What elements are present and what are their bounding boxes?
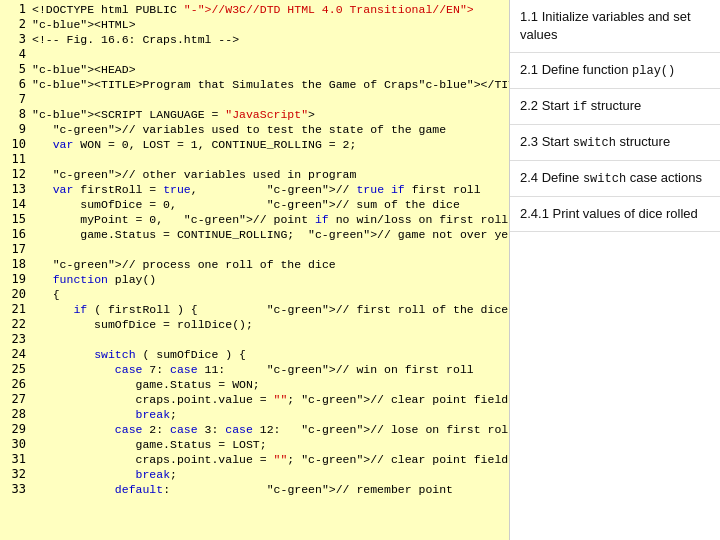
- line-number: 3: [4, 32, 26, 47]
- line-number: 1: [4, 2, 26, 17]
- line-number: 17: [4, 242, 26, 257]
- item-2-4-1[interactable]: 2.4.1 Print values of dice rolled: [510, 197, 720, 232]
- line-content: myPoint = 0, "c-green">// point if no wi…: [32, 212, 508, 227]
- line-content: game.Status = WON;: [32, 377, 260, 392]
- item-2-2[interactable]: 2.2 Start if structure: [510, 89, 720, 125]
- code-line: 5"c-blue"><HEAD>: [4, 62, 505, 77]
- code-line: 4: [4, 47, 505, 62]
- code-line: 13 var firstRoll = true, "c-green">// tr…: [4, 182, 505, 197]
- code-line: 21 if ( firstRoll ) { "c-green">// first…: [4, 302, 505, 317]
- line-number: 7: [4, 92, 26, 107]
- code-line: 33 default: "c-green">// remember point: [4, 482, 505, 497]
- line-number: 19: [4, 272, 26, 287]
- code-line: 28 break;: [4, 407, 505, 422]
- line-content: <!DOCTYPE html PUBLIC "-">//W3C//DTD HTM…: [32, 2, 474, 17]
- line-content: case 7: case 11: "c-green">// win on fir…: [32, 362, 474, 377]
- line-number: 30: [4, 437, 26, 452]
- item-1-1[interactable]: 1.1 Initialize variables and set values: [510, 0, 720, 53]
- line-number: 2: [4, 17, 26, 32]
- line-number: 12: [4, 167, 26, 182]
- line-content: break;: [32, 407, 177, 422]
- code-line: 22 sumOfDice = rollDice();: [4, 317, 505, 332]
- line-number: 21: [4, 302, 26, 317]
- line-content: var WON = 0, LOST = 1, CONTINUE_ROLLING …: [32, 137, 356, 152]
- line-content: break;: [32, 467, 177, 482]
- code-line: 32 break;: [4, 467, 505, 482]
- code-line: 26 game.Status = WON;: [4, 377, 505, 392]
- code-panel: 1<!DOCTYPE html PUBLIC "-">//W3C//DTD HT…: [0, 0, 510, 540]
- item-2-4[interactable]: 2.4 Define switch case actions: [510, 161, 720, 197]
- line-number: 18: [4, 257, 26, 272]
- code-line: 7: [4, 92, 505, 107]
- line-content: sumOfDice = rollDice();: [32, 317, 253, 332]
- line-content: "c-blue"><TITLE>Program that Simulates t…: [32, 77, 510, 92]
- code-line: 3<!-- Fig. 16.6: Craps.html -->: [4, 32, 505, 47]
- line-content: default: "c-green">// remember point: [32, 482, 453, 497]
- line-number: 14: [4, 197, 26, 212]
- code-line: 11: [4, 152, 505, 167]
- line-content: craps.point.value = ""; "c-green">// cle…: [32, 392, 508, 407]
- line-content: "c-blue"><HTML>: [32, 17, 136, 32]
- code-line: 16 game.Status = CONTINUE_ROLLING; "c-gr…: [4, 227, 505, 242]
- line-number: 25: [4, 362, 26, 377]
- line-number: 22: [4, 317, 26, 332]
- code-line: 31 craps.point.value = ""; "c-green">// …: [4, 452, 505, 467]
- code-line: 15 myPoint = 0, "c-green">// point if no…: [4, 212, 505, 227]
- code-line: 12 "c-green">// other variables used in …: [4, 167, 505, 182]
- line-number: 5: [4, 62, 26, 77]
- code-line: 25 case 7: case 11: "c-green">// win on …: [4, 362, 505, 377]
- line-content: function play(): [32, 272, 156, 287]
- line-content: sumOfDice = 0, "c-green">// sum of the d…: [32, 197, 460, 212]
- line-number: 29: [4, 422, 26, 437]
- line-number: 28: [4, 407, 26, 422]
- line-number: 31: [4, 452, 26, 467]
- line-number: 32: [4, 467, 26, 482]
- code-line: 9 "c-green">// variables used to test th…: [4, 122, 505, 137]
- line-number: 27: [4, 392, 26, 407]
- line-number: 11: [4, 152, 26, 167]
- line-number: 8: [4, 107, 26, 122]
- line-content: craps.point.value = ""; "c-green">// cle…: [32, 452, 508, 467]
- line-content: case 2: case 3: case 12: "c-green">// lo…: [32, 422, 510, 437]
- code-line: 30 game.Status = LOST;: [4, 437, 505, 452]
- code-line: 20 {: [4, 287, 505, 302]
- line-number: 26: [4, 377, 26, 392]
- code-line: 27 craps.point.value = ""; "c-green">// …: [4, 392, 505, 407]
- line-content: game.Status = LOST;: [32, 437, 267, 452]
- line-number: 6: [4, 77, 26, 92]
- line-number: 15: [4, 212, 26, 227]
- sidebar: 1.1 Initialize variables and set values2…: [510, 0, 720, 540]
- code-line: 8"c-blue"><SCRIPT LANGUAGE = "JavaScript…: [4, 107, 505, 122]
- line-content: "c-green">// other variables used in pro…: [32, 167, 356, 182]
- code-line: 1<!DOCTYPE html PUBLIC "-">//W3C//DTD HT…: [4, 2, 505, 17]
- line-number: 20: [4, 287, 26, 302]
- line-number: 13: [4, 182, 26, 197]
- code-line: 24 switch ( sumOfDice ) {: [4, 347, 505, 362]
- line-content: game.Status = CONTINUE_ROLLING; "c-green…: [32, 227, 510, 242]
- line-number: 33: [4, 482, 26, 497]
- line-number: 16: [4, 227, 26, 242]
- line-content: "c-green">// variables used to test the …: [32, 122, 446, 137]
- line-content: "c-blue"><SCRIPT LANGUAGE = "JavaScript"…: [32, 107, 315, 122]
- line-content: <!-- Fig. 16.6: Craps.html -->: [32, 32, 239, 47]
- code-line: 2"c-blue"><HTML>: [4, 17, 505, 32]
- item-2-3[interactable]: 2.3 Start switch structure: [510, 125, 720, 161]
- code-line: 19 function play(): [4, 272, 505, 287]
- line-number: 23: [4, 332, 26, 347]
- code-line: 17: [4, 242, 505, 257]
- code-line: 18 "c-green">// process one roll of the …: [4, 257, 505, 272]
- line-content: var firstRoll = true, "c-green">// true …: [32, 182, 481, 197]
- item-2-1[interactable]: 2.1 Define function play(): [510, 53, 720, 89]
- line-number: 4: [4, 47, 26, 62]
- line-content: if ( firstRoll ) { "c-green">// first ro…: [32, 302, 508, 317]
- line-content: "c-blue"><HEAD>: [32, 62, 136, 77]
- code-line: 29 case 2: case 3: case 12: "c-green">//…: [4, 422, 505, 437]
- line-content: switch ( sumOfDice ) {: [32, 347, 246, 362]
- line-number: 9: [4, 122, 26, 137]
- line-content: {: [32, 287, 60, 302]
- code-line: 10 var WON = 0, LOST = 1, CONTINUE_ROLLI…: [4, 137, 505, 152]
- line-number: 24: [4, 347, 26, 362]
- code-line: 14 sumOfDice = 0, "c-green">// sum of th…: [4, 197, 505, 212]
- code-line: 23: [4, 332, 505, 347]
- line-number: 10: [4, 137, 26, 152]
